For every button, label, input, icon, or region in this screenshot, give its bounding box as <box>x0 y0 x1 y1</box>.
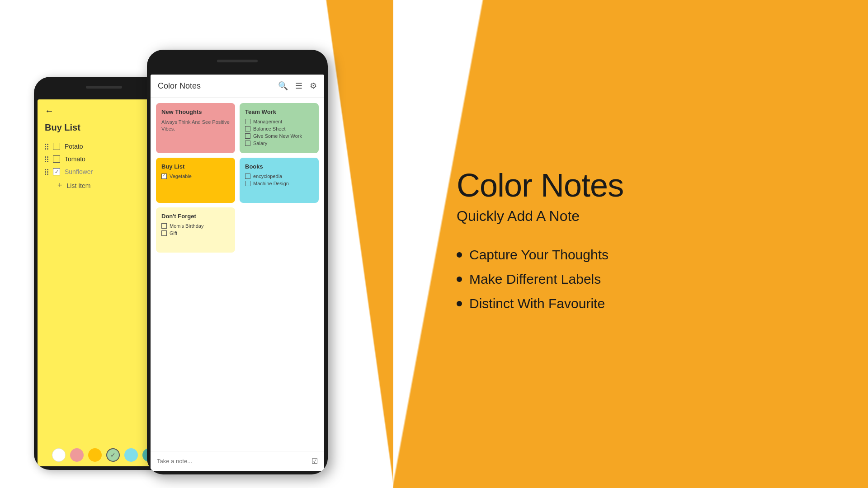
bullet-icon <box>457 301 462 306</box>
note-item-label: Salary <box>253 141 267 146</box>
note-checkbox <box>161 230 167 236</box>
note-list-item: Gift <box>161 230 230 236</box>
note-item-label: Give Some New Work <box>253 133 302 139</box>
note-item-label: Gift <box>170 230 177 236</box>
note-checkbox <box>245 126 250 131</box>
note-checkbox <box>245 141 250 146</box>
feature-label: Make Different Labels <box>469 272 601 287</box>
item-label: Tomato <box>65 155 85 163</box>
note-card-new-thoughts[interactable]: New Thoughts Always Think And See Positi… <box>156 103 235 153</box>
note-title: Buy List <box>161 163 230 170</box>
bullet-icon <box>457 277 462 282</box>
note-item-label: encyclopedia <box>253 174 282 179</box>
note-checkbox <box>161 223 167 229</box>
add-item-label: List Item <box>67 182 91 189</box>
feature-item: Make Different Labels <box>457 272 623 287</box>
bullet-icon <box>457 252 462 258</box>
drag-handle-icon <box>45 156 48 162</box>
note-title: Books <box>245 163 313 170</box>
app-header-title: Color Notes <box>158 81 201 91</box>
note-list-item: Balance Sheet <box>245 126 313 131</box>
note-item-label: Machine Design <box>253 181 289 186</box>
app-header: Color Notes 🔍 ☰ ⚙ <box>151 75 324 98</box>
note-card-dont-forget[interactable]: Don't Forget Mom's Birthday Gift <box>156 207 235 253</box>
note-item-label: Management <box>253 119 282 124</box>
front-phone-screen: Color Notes 🔍 ☰ ⚙ New Thoughts Always Th… <box>151 75 324 471</box>
note-list-item: Salary <box>245 141 313 146</box>
color-dot-green[interactable]: ✓ <box>106 448 120 462</box>
front-phone: Color Notes 🔍 ☰ ⚙ New Thoughts Always Th… <box>147 50 328 474</box>
menu-icon[interactable]: ☰ <box>295 81 302 91</box>
app-name-heading: Color Notes <box>457 168 623 203</box>
features-list: Capture Your Thoughts Make Different Lab… <box>457 247 623 311</box>
note-card-books[interactable]: Books encyclopedia Machine Design <box>240 158 319 203</box>
note-item-label: Mom's Birthday <box>170 223 203 229</box>
feature-item: Capture Your Thoughts <box>457 247 623 263</box>
app-subtitle: Quickly Add A Note <box>457 208 623 225</box>
back-phone-speaker <box>86 86 122 89</box>
note-text: Always Think And See Positive Vibes. <box>161 119 230 133</box>
note-list-item: encyclopedia <box>245 174 313 179</box>
front-phone-speaker <box>217 60 258 62</box>
take-note-input[interactable] <box>157 458 311 465</box>
note-input-bar: ☑ <box>151 451 324 471</box>
note-card-team-work[interactable]: Team Work Management Balance Sheet Give … <box>240 103 319 153</box>
item-checkbox-checked[interactable] <box>53 168 60 175</box>
header-icons-group: 🔍 ☰ ⚙ <box>278 81 317 91</box>
color-dot-white[interactable] <box>52 448 66 462</box>
note-title: Don't Forget <box>161 213 230 220</box>
search-icon[interactable]: 🔍 <box>278 81 288 91</box>
item-checkbox[interactable] <box>53 143 60 150</box>
color-dot-cyan[interactable] <box>124 448 138 462</box>
right-section: Color Notes Quickly Add A Note Capture Y… <box>393 0 868 488</box>
note-item-label: Balance Sheet <box>253 126 286 131</box>
note-checkbox <box>245 174 250 179</box>
feature-label: Capture Your Thoughts <box>469 247 609 263</box>
note-item-label: Vegetable <box>170 174 192 179</box>
note-title: Team Work <box>245 108 313 115</box>
note-list-item: Machine Design <box>245 181 313 186</box>
note-list-item: Vegetable <box>161 174 230 179</box>
item-label-checked: Sunflower <box>65 168 93 175</box>
note-list-item: Management <box>245 119 313 124</box>
note-list-item: Give Some New Work <box>245 133 313 139</box>
item-label: Potato <box>65 143 83 150</box>
left-section: ← 🗑 Buy List Potato <box>0 0 393 488</box>
color-dot-pink[interactable] <box>70 448 84 462</box>
color-palette: ✓ <box>52 448 156 462</box>
back-arrow-icon[interactable]: ← <box>45 106 54 116</box>
feature-label: Distinct With Favourite <box>469 296 605 311</box>
item-checkbox[interactable] <box>53 155 60 163</box>
phones-container: ← 🗑 Buy List Potato <box>20 41 373 447</box>
notes-grid: New Thoughts Always Think And See Positi… <box>151 98 324 451</box>
right-content: Color Notes Quickly Add A Note Capture Y… <box>429 168 623 320</box>
note-checkbox <box>245 119 250 124</box>
note-checkbox-checked <box>161 174 167 179</box>
drag-handle-icon <box>45 169 48 175</box>
note-checkbox <box>245 181 250 186</box>
settings-icon[interactable]: ⚙ <box>310 81 317 91</box>
note-card-buy-list[interactable]: Buy List Vegetable <box>156 158 235 203</box>
color-dot-yellow[interactable] <box>88 448 102 462</box>
note-title: New Thoughts <box>161 108 230 115</box>
add-icon: + <box>57 181 62 190</box>
feature-item: Distinct With Favourite <box>457 296 623 311</box>
note-list-item: Mom's Birthday <box>161 223 230 229</box>
add-note-icon[interactable]: ☑ <box>311 457 318 465</box>
note-checkbox <box>245 133 250 139</box>
drag-handle-icon <box>45 144 48 150</box>
